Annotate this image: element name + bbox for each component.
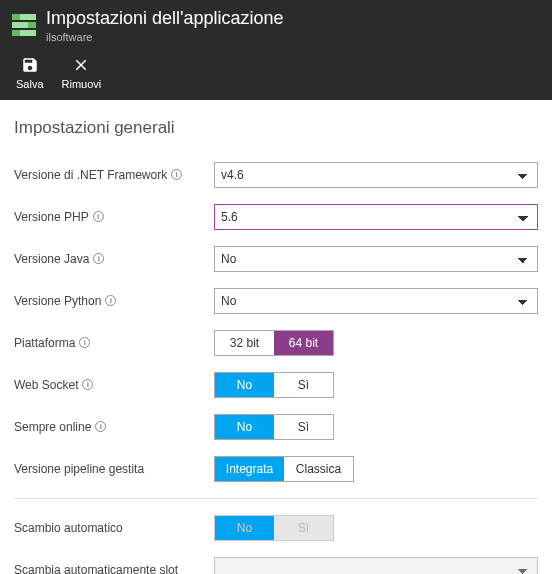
autoswap-slot-select (214, 557, 538, 574)
alwayson-label: Sempre online (14, 420, 91, 434)
autoswap-label: Scambio automatico (14, 521, 123, 535)
autoswap-yes: Sì (274, 516, 333, 540)
section-title: Impostazioni generali (14, 118, 538, 138)
alwayson-yes[interactable]: Sì (274, 415, 333, 439)
platform-64bit[interactable]: 64 bit (274, 331, 333, 355)
python-select[interactable]: No (214, 288, 538, 314)
info-icon[interactable]: i (105, 295, 116, 306)
info-icon[interactable]: i (171, 169, 182, 180)
platform-toggle: 32 bit 64 bit (214, 330, 334, 356)
content-panel: Impostazioni generali Versione di .NET F… (0, 100, 552, 574)
save-icon (21, 56, 39, 74)
autoswap-no: No (215, 516, 274, 540)
python-label: Versione Python (14, 294, 101, 308)
info-icon[interactable]: i (79, 337, 90, 348)
save-button[interactable]: Salva (16, 56, 44, 90)
platform-32bit[interactable]: 32 bit (215, 331, 274, 355)
info-icon[interactable]: i (93, 211, 104, 222)
info-icon[interactable]: i (82, 379, 93, 390)
php-label: Versione PHP (14, 210, 89, 224)
java-label: Versione Java (14, 252, 89, 266)
info-icon[interactable]: i (93, 253, 104, 264)
websocket-label: Web Socket (14, 378, 78, 392)
toolbar: Salva Rimuovi (12, 56, 540, 90)
alwayson-toggle: No Sì (214, 414, 334, 440)
websocket-no[interactable]: No (215, 373, 274, 397)
close-icon (72, 56, 90, 74)
dotnet-select[interactable]: v4.6 (214, 162, 538, 188)
separator (14, 498, 538, 499)
php-select[interactable]: 5.6 (214, 204, 538, 230)
pipeline-classic[interactable]: Classica (284, 457, 353, 481)
platform-label: Piattaforma (14, 336, 75, 350)
pipeline-integrated[interactable]: Integrata (215, 457, 284, 481)
page-subtitle: ilsoftware (46, 31, 284, 44)
page-title: Impostazioni dell'applicazione (46, 8, 284, 30)
header-bar: Impostazioni dell'applicazione ilsoftwar… (0, 0, 552, 100)
websocket-toggle: No Sì (214, 372, 334, 398)
save-label: Salva (16, 78, 44, 90)
remove-button[interactable]: Rimuovi (62, 56, 102, 90)
websocket-yes[interactable]: Sì (274, 373, 333, 397)
autoswap-slot-label: Scambia automaticamente slot (14, 563, 178, 574)
pipeline-label: Versione pipeline gestita (14, 462, 144, 476)
alwayson-no[interactable]: No (215, 415, 274, 439)
dotnet-label: Versione di .NET Framework (14, 168, 167, 182)
remove-label: Rimuovi (62, 78, 102, 90)
info-icon[interactable]: i (95, 421, 106, 432)
java-select[interactable]: No (214, 246, 538, 272)
autoswap-toggle: No Sì (214, 515, 334, 541)
pipeline-toggle: Integrata Classica (214, 456, 354, 482)
app-icon (12, 14, 36, 38)
